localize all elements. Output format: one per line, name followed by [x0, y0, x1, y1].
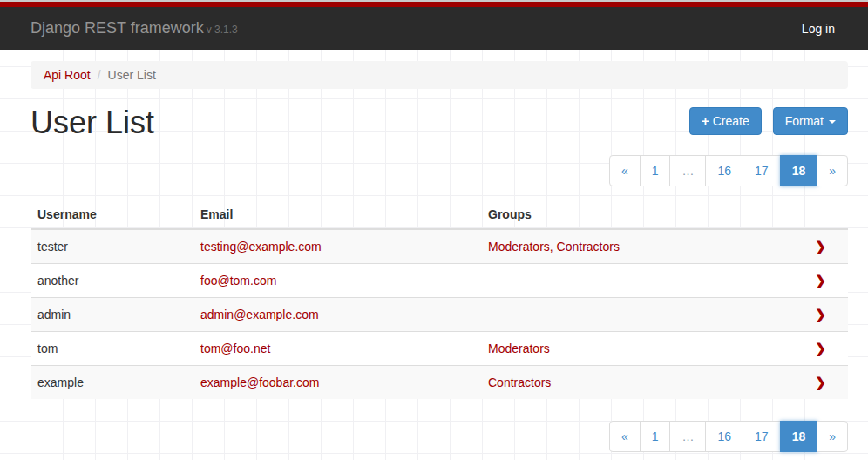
main-container: Api Root / User List User List +Create F… [31, 61, 848, 452]
format-dropdown-button[interactable]: Format [773, 107, 848, 135]
chevron-right-icon[interactable]: ❯ [815, 273, 826, 288]
username-cell: another [31, 264, 193, 298]
create-button-label: Create [713, 114, 749, 128]
column-header-detail [793, 200, 848, 229]
chevron-right-icon[interactable]: ❯ [815, 307, 826, 321]
breadcrumb-separator: / [91, 68, 108, 82]
page-ellipsis: … [669, 421, 706, 452]
email-link[interactable]: admin@example.com [200, 308, 319, 321]
breadcrumb-item-api-root[interactable]: Api Root [44, 68, 91, 82]
groups-link[interactable]: Moderators, Contractors [488, 240, 620, 254]
page-18-button-active[interactable]: 18 [780, 421, 818, 452]
username-cell: tester [31, 229, 193, 264]
chevron-right-icon[interactable]: ❯ [815, 341, 826, 355]
breadcrumb-item-user-list: User List [108, 68, 156, 82]
page-1-button[interactable]: 1 [640, 421, 671, 452]
table-header-row: Username Email Groups [31, 200, 848, 229]
breadcrumb: Api Root / User List [31, 61, 848, 89]
column-header-email: Email [193, 200, 481, 229]
column-header-username: Username [31, 200, 193, 229]
page-first-button[interactable]: « [609, 421, 641, 452]
pagination-top-row: « 1 … 16 17 18 » [31, 155, 848, 186]
page-next-button[interactable]: » [817, 421, 848, 452]
caret-down-icon [829, 120, 836, 124]
table-row: another foo@tom.com ❯ [31, 264, 848, 298]
chevron-right-icon[interactable]: ❯ [815, 239, 826, 254]
page-header-row: User List +Create Format [31, 103, 848, 140]
email-link[interactable]: example@foobar.com [200, 375, 319, 389]
page-17-button[interactable]: 17 [743, 421, 781, 452]
page-18-button-active[interactable]: 18 [780, 155, 818, 186]
page-16-button[interactable]: 16 [705, 421, 743, 452]
page-ellipsis: … [669, 155, 706, 186]
brand-link[interactable]: Django REST frameworkv 3.1.3 [31, 19, 238, 37]
table-row: admin admin@example.com ❯ [31, 298, 848, 332]
username-cell: tom [31, 332, 193, 366]
groups-link[interactable]: Moderators [488, 342, 550, 355]
version-label: v 3.1.3 [207, 24, 238, 36]
pagination-bottom: « 1 … 16 17 18 » [609, 421, 848, 452]
page-title: User List [31, 105, 154, 140]
pagination-bottom-row: « 1 … 16 17 18 » [31, 421, 848, 452]
column-header-groups: Groups [481, 200, 793, 229]
format-button-label: Format [785, 114, 824, 128]
email-link[interactable]: tom@foo.net [200, 342, 270, 355]
brand-label: Django REST framework [31, 19, 204, 37]
users-table: Username Email Groups tester testing@exa… [31, 200, 848, 399]
username-cell: admin [31, 298, 193, 332]
page-16-button[interactable]: 16 [705, 155, 743, 186]
email-link[interactable]: testing@example.com [200, 240, 322, 254]
toolbar: +Create Format [689, 107, 848, 135]
navbar: Django REST frameworkv 3.1.3 Log in [0, 7, 868, 50]
page-17-button[interactable]: 17 [743, 155, 781, 186]
page-1-button[interactable]: 1 [640, 155, 671, 186]
table-row: tester testing@example.com Moderators, C… [31, 229, 848, 264]
login-link[interactable]: Log in [802, 22, 835, 36]
table-row: tom tom@foo.net Moderators ❯ [31, 332, 848, 366]
table-row: example example@foobar.com Contractors ❯ [31, 366, 848, 400]
page-first-button[interactable]: « [609, 155, 641, 186]
username-cell: example [31, 366, 193, 400]
create-button[interactable]: +Create [689, 107, 762, 135]
page-next-button[interactable]: » [817, 155, 848, 186]
chevron-right-icon[interactable]: ❯ [815, 375, 826, 389]
plus-icon: + [702, 113, 709, 128]
pagination-top: « 1 … 16 17 18 » [609, 155, 848, 186]
groups-link[interactable]: Contractors [488, 375, 551, 389]
email-link[interactable]: foo@tom.com [200, 274, 276, 288]
